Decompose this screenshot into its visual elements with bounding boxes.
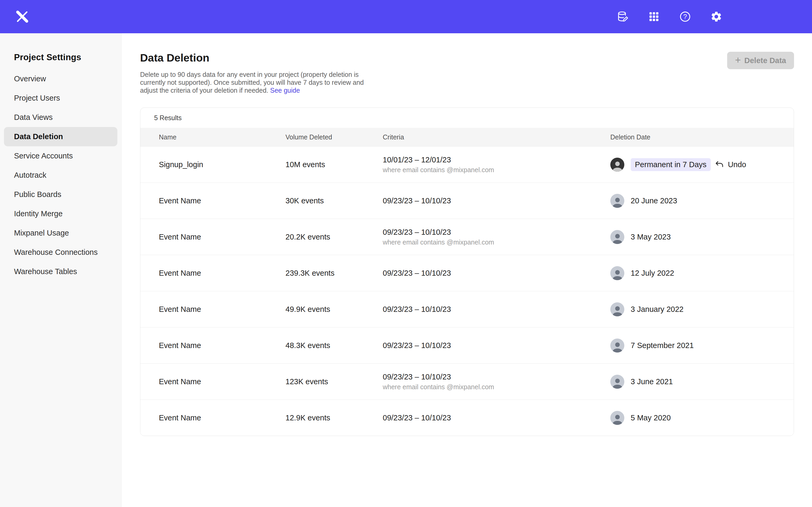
delete-data-label: Delete Data <box>744 56 786 65</box>
page-title: Data Deletion <box>140 52 375 64</box>
row-criteria: 09/23/23 – 10/10/23 <box>383 341 610 350</box>
sidebar-item-data-deletion[interactable]: Data Deletion <box>4 127 117 146</box>
column-header: Name <box>159 133 286 141</box>
avatar <box>610 302 624 316</box>
table-row: Event Name 123K events 09/23/23 – 10/10/… <box>140 363 794 399</box>
sidebar-item-label: Autotrack <box>14 171 47 180</box>
sidebar-item-label: Data Deletion <box>14 132 63 141</box>
table-row: Event Name 30K events 09/23/23 – 10/10/2… <box>140 182 794 219</box>
deletion-date: 5 May 2020 <box>631 413 671 422</box>
avatar <box>610 266 624 280</box>
sidebar-nav: Overview Project Users Data Views Data D… <box>0 69 121 281</box>
sidebar-title: Project Settings <box>14 52 121 62</box>
row-criteria: 09/23/23 – 10/10/23 <box>383 196 610 205</box>
row-criteria-subtext: where email contains @mixpanel.com <box>383 238 610 246</box>
row-name: Event Name <box>159 269 286 278</box>
avatar <box>610 375 624 389</box>
avatar <box>610 230 624 244</box>
row-volume: 239.3K events <box>286 269 383 278</box>
svg-text:?: ? <box>683 13 687 20</box>
sidebar-item-mixpanel-usage[interactable]: Mixpanel Usage <box>4 223 117 243</box>
row-name: Event Name <box>159 196 286 205</box>
sidebar-item-service-accounts[interactable]: Service Accounts <box>4 146 117 166</box>
sidebar-item-identity-merge[interactable]: Identity Merge <box>4 204 117 223</box>
avatar <box>610 158 624 172</box>
topbar: ? <box>0 0 812 33</box>
row-volume: 30K events <box>286 196 383 205</box>
sidebar-item-label: Project Users <box>14 94 60 103</box>
row-criteria: 09/23/23 – 10/10/23 <box>383 228 610 237</box>
column-header: Volume Deleted <box>286 133 383 141</box>
sidebar: Project Settings Overview Project Users … <box>0 33 121 507</box>
row-criteria-subtext: where email contains @mixpanel.com <box>383 166 610 174</box>
apps-grid-icon[interactable] <box>647 10 661 23</box>
undo-button[interactable]: Undo <box>715 160 746 169</box>
sidebar-item-label: Identity Merge <box>14 209 63 218</box>
row-volume: 12.9K events <box>286 413 383 422</box>
see-guide-link[interactable]: See guide <box>270 87 300 94</box>
deletion-date: 20 June 2023 <box>631 196 677 205</box>
table-row: Event Name 20.2K events 09/23/23 – 10/10… <box>140 219 794 255</box>
undo-label: Undo <box>728 160 746 169</box>
page-description: Delete up to 90 days data for any event … <box>140 70 375 94</box>
page-header: Data Deletion Delete up to 90 days data … <box>140 52 794 94</box>
sidebar-item-project-users[interactable]: Project Users <box>4 89 117 108</box>
sidebar-item-label: Mixpanel Usage <box>14 229 69 237</box>
avatar <box>610 411 624 425</box>
delete-data-button[interactable]: + Delete Data <box>727 52 794 69</box>
row-criteria: 09/23/23 – 10/10/23 <box>383 269 610 278</box>
deletion-date: 3 May 2023 <box>631 233 671 241</box>
column-header: Deletion Date <box>610 133 778 141</box>
row-volume: 48.3K events <box>286 341 383 350</box>
topbar-icon-group: ? <box>616 10 723 23</box>
sidebar-item-label: Data Views <box>14 113 53 122</box>
mixpanel-logo[interactable] <box>15 10 29 23</box>
row-criteria: 10/01/23 – 12/01/23 <box>383 156 610 164</box>
row-volume: 20.2K events <box>286 233 383 241</box>
sidebar-item-label: Warehouse Tables <box>14 267 77 276</box>
sidebar-item-label: Warehouse Connections <box>14 248 98 257</box>
table-row: Event Name 12.9K events 09/23/23 – 10/10… <box>140 399 794 436</box>
row-name: Signup_login <box>159 160 286 169</box>
sidebar-item-autotrack[interactable]: Autotrack <box>4 166 117 185</box>
table-body: Signup_login 10M events 10/01/23 – 12/01… <box>140 146 794 436</box>
table-row: Signup_login 10M events 10/01/23 – 12/01… <box>140 146 794 182</box>
row-name: Event Name <box>159 377 286 386</box>
row-criteria: 09/23/23 – 10/10/23 <box>383 373 610 381</box>
sidebar-item-public-boards[interactable]: Public Boards <box>4 185 117 204</box>
row-name: Event Name <box>159 341 286 350</box>
row-name: Event Name <box>159 233 286 241</box>
row-volume: 123K events <box>286 377 383 386</box>
row-volume: 10M events <box>286 160 383 169</box>
sidebar-item-label: Public Boards <box>14 190 61 199</box>
sidebar-item-data-views[interactable]: Data Views <box>4 108 117 127</box>
table-row: Event Name 48.3K events 09/23/23 – 10/10… <box>140 327 794 363</box>
deletion-date: 3 January 2022 <box>631 305 683 314</box>
settings-gear-icon[interactable] <box>710 10 723 23</box>
row-criteria: 09/23/23 – 10/10/23 <box>383 305 610 314</box>
data-management-icon[interactable] <box>616 10 629 23</box>
help-icon[interactable]: ? <box>678 10 692 23</box>
sidebar-item-overview[interactable]: Overview <box>4 69 117 89</box>
deletion-date: 7 September 2021 <box>631 341 694 350</box>
undo-icon <box>715 160 724 169</box>
sidebar-item-warehouse-tables[interactable]: Warehouse Tables <box>4 262 117 281</box>
deletion-table-card: 5 Results NameVolume DeletedCriteriaDele… <box>140 108 794 436</box>
plus-icon: + <box>735 55 741 65</box>
row-criteria-subtext: where email contains @mixpanel.com <box>383 383 610 391</box>
column-header: Criteria <box>383 133 610 141</box>
main-content: Data Deletion Delete up to 90 days data … <box>121 33 812 436</box>
sidebar-item-label: Service Accounts <box>14 152 73 160</box>
avatar <box>610 339 624 352</box>
deletion-date: 12 July 2022 <box>631 269 674 278</box>
table-header-row: NameVolume DeletedCriteriaDeletion Date <box>140 128 794 146</box>
row-name: Event Name <box>159 305 286 314</box>
results-count: 5 Results <box>140 108 794 128</box>
sidebar-item-label: Overview <box>14 74 46 83</box>
description-text: Delete up to 90 days data for any event … <box>140 71 364 94</box>
sidebar-item-warehouse-connections[interactable]: Warehouse Connections <box>4 243 117 262</box>
table-row: Event Name 239.3K events 09/23/23 – 10/1… <box>140 255 794 291</box>
row-criteria: 09/23/23 – 10/10/23 <box>383 413 610 422</box>
status-badge: Permanent in 7 Days <box>631 158 711 171</box>
avatar <box>610 194 624 208</box>
